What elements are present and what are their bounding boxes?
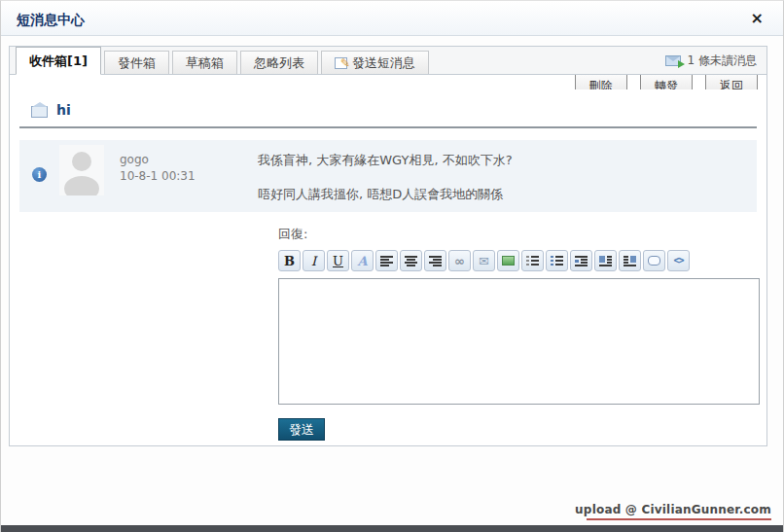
font-color-icon: A: [357, 255, 367, 267]
indent-button[interactable]: [570, 250, 592, 271]
unordered-list-button[interactable]: [546, 250, 568, 271]
align-right-button[interactable]: [424, 250, 446, 271]
close-icon[interactable]: ×: [751, 10, 764, 27]
underline-button[interactable]: U: [327, 250, 349, 271]
forward-button[interactable]: 轉發: [640, 75, 693, 89]
image-align-left-button[interactable]: [594, 250, 617, 271]
tab-ignore-list[interactable]: 忽略列表: [240, 51, 318, 74]
ordered-list-icon: [526, 256, 539, 266]
link-icon: ∞: [454, 255, 465, 267]
align-right-icon: [429, 256, 442, 266]
avatar[interactable]: [59, 145, 104, 195]
message-panel: 收件箱[1] 發件箱 草稿箱 忽略列表 發送短消息 1 條未讀消息 刪除: [9, 46, 767, 446]
unread-mail-icon: [665, 55, 681, 66]
watermark-text: upload @ CivilianGunner.com: [575, 503, 771, 516]
indent-icon: [575, 256, 588, 266]
info-icon[interactable]: i: [32, 167, 47, 182]
author-column: gogo 10-8-1 00:31: [104, 145, 258, 203]
align-left-button[interactable]: [375, 250, 398, 271]
image-align-left-icon: [599, 256, 612, 266]
quote-button[interactable]: [643, 250, 665, 271]
message-subject: hi: [56, 102, 71, 118]
email-button[interactable]: ✉: [473, 250, 495, 271]
ordered-list-button[interactable]: [521, 250, 544, 271]
delete-button[interactable]: 刪除: [575, 75, 627, 89]
image-align-right-button[interactable]: [619, 250, 641, 271]
page-title: 短消息中心: [17, 12, 85, 27]
insert-image-button[interactable]: [497, 250, 519, 271]
bold-button[interactable]: B: [278, 250, 301, 271]
tab-inbox[interactable]: 收件箱[1]: [16, 47, 101, 75]
insert-image-icon: [502, 256, 515, 266]
quote-icon: [648, 256, 660, 266]
message-center-dialog: 短消息中心 × 收件箱[1] 發件箱 草稿箱 忽略列表 發送短消息 1 條未讀消: [0, 0, 784, 532]
tab-outbox-label: 發件箱: [118, 52, 156, 74]
inbox-content: 刪除 轉發 返回 hi i gogo 10-8-1: [10, 75, 766, 441]
watermark: upload @ CivilianGunner.com: [575, 503, 771, 520]
tab-inbox-label: 收件箱[1]: [29, 48, 88, 75]
italic-button[interactable]: I: [303, 250, 325, 271]
unread-count-text: 1 條未讀消息: [688, 53, 757, 69]
message-line: 唔好同人講我搵你, 唔想D人誤會我地的關係: [258, 186, 747, 203]
code-button[interactable]: <>: [667, 250, 690, 271]
avatar-silhouette: [59, 145, 104, 195]
email-icon: ✉: [479, 255, 489, 267]
align-center-icon: [405, 256, 417, 266]
subject-row: hi: [31, 102, 766, 118]
unread-indicator: 1 條未讀消息: [665, 53, 766, 69]
reply-textarea[interactable]: [278, 278, 760, 405]
tab-bar: 收件箱[1] 發件箱 草稿箱 忽略列表 發送短消息 1 條未讀消息: [10, 47, 766, 75]
title-bar: 短消息中心 ×: [1, 1, 783, 36]
italic-icon: I: [311, 255, 316, 267]
tab-send-message-label: 發送短消息: [352, 52, 415, 74]
code-icon: <>: [673, 256, 683, 266]
underline-icon: U: [333, 255, 343, 267]
link-button[interactable]: ∞: [448, 250, 471, 271]
tab-outbox[interactable]: 發件箱: [104, 51, 169, 74]
compose-icon: [335, 57, 347, 69]
unordered-list-icon: [551, 256, 563, 266]
align-center-button[interactable]: [400, 250, 422, 271]
author-name: gogo: [120, 152, 258, 168]
message-date: 10-8-1 00:31: [120, 168, 258, 185]
bold-icon: B: [284, 255, 295, 267]
message-body: 我係盲神, 大家有緣在WGY相見, 不如吹下水? 唔好同人講我搵你, 唔想D人誤…: [258, 145, 757, 203]
send-button[interactable]: 發送: [278, 418, 325, 441]
message-action-buttons: 刪除 轉發 返回: [10, 75, 766, 89]
message-row: i gogo 10-8-1 00:31 我係盲神, 大家有緣在WGY相見, 不如…: [19, 140, 757, 212]
message-line: 我係盲神, 大家有緣在WGY相見, 不如吹下水?: [258, 152, 747, 169]
subject-divider: [19, 126, 757, 128]
open-envelope-icon: [31, 106, 48, 118]
tab-ignore-list-label: 忽略列表: [254, 52, 304, 74]
reply-label: 回復:: [278, 226, 760, 243]
tab-drafts[interactable]: 草稿箱: [172, 51, 237, 74]
return-button[interactable]: 返回: [705, 75, 758, 89]
reply-section: 回復: B I U A ∞ ✉: [278, 226, 760, 441]
watermark-underline: [587, 518, 771, 520]
font-color-button[interactable]: A: [351, 250, 374, 271]
image-align-right-icon: [624, 256, 636, 266]
tab-drafts-label: 草稿箱: [186, 52, 224, 74]
window-bottom-edge: [1, 525, 783, 532]
tab-send-message[interactable]: 發送短消息: [321, 51, 429, 74]
editor-toolbar: B I U A ∞ ✉ <>: [278, 250, 760, 271]
align-left-icon: [380, 256, 393, 266]
